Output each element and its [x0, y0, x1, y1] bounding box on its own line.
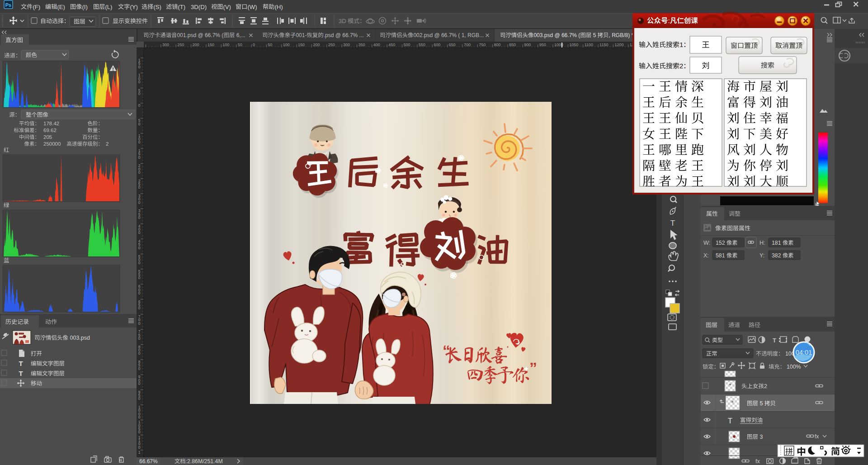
svg-text:0: 0 — [138, 381, 141, 386]
svg-text:850: 850 — [509, 43, 516, 47]
svg-text:0: 0 — [138, 155, 141, 160]
svg-text:2: 2 — [106, 141, 108, 147]
svg-text:3D: 3D — [339, 18, 348, 24]
svg-text:1150: 1150 — [599, 43, 608, 47]
svg-text:3: 3 — [758, 434, 763, 440]
svg-text:0: 0 — [253, 43, 255, 47]
svg-text:T: T — [19, 370, 23, 377]
svg-text:0: 0 — [138, 415, 141, 419]
svg-text:100: 100 — [222, 43, 229, 47]
svg-text:100: 100 — [283, 43, 290, 47]
svg-text:H:: H: — [760, 240, 765, 246]
svg-text:(L): (L) — [105, 4, 112, 10]
svg-text:003.psd: 003.psd — [68, 335, 90, 341]
svg-text:250: 250 — [177, 43, 184, 47]
svg-text::2.86M/251.4M: :2.86M/251.4M — [186, 458, 223, 465]
svg-text:0: 0 — [138, 185, 141, 190]
svg-text:200: 200 — [193, 43, 199, 47]
svg-text:581: 581 — [716, 252, 726, 259]
svg-text:, RGB/8) *: , RGB/8) * — [609, 32, 634, 38]
svg-text:1100: 1100 — [585, 43, 593, 47]
svg-text:(W): (W) — [247, 4, 257, 10]
svg-text:550: 550 — [419, 43, 425, 47]
svg-text:150: 150 — [208, 43, 214, 47]
svg-text:300: 300 — [162, 43, 169, 47]
svg-text:152: 152 — [716, 240, 726, 246]
svg-text:”: ” — [529, 359, 537, 376]
svg-text:(V): (V) — [223, 4, 231, 10]
svg-text:0: 0 — [138, 336, 141, 341]
svg-text:400: 400 — [373, 43, 380, 47]
svg-text:750: 750 — [479, 43, 486, 47]
svg-text:(F): (F) — [33, 4, 40, 10]
svg-text:T: T — [670, 219, 675, 228]
svg-text:450: 450 — [388, 43, 395, 47]
svg-text:0: 0 — [138, 200, 141, 205]
svg-text:0: 0 — [138, 140, 141, 144]
svg-text:0: 0 — [138, 351, 141, 356]
svg-text:100%: 100% — [787, 364, 801, 370]
svg-text:200: 200 — [313, 43, 320, 47]
svg-text:181: 181 — [772, 240, 783, 246]
svg-text:69.62: 69.62 — [43, 128, 57, 133]
svg-text:2: 2 — [764, 383, 767, 389]
svg-text:(I): (I) — [82, 4, 87, 10]
svg-text:001-: 001- — [296, 32, 307, 38]
svg-text:fx: fx — [815, 433, 819, 440]
svg-text:0: 0 — [138, 275, 141, 280]
svg-text:700: 700 — [464, 43, 471, 47]
svg-text:(S): (S) — [153, 4, 161, 10]
svg-text:150: 150 — [298, 43, 305, 47]
svg-text:2: 2 — [679, 62, 683, 70]
svg-text:600: 600 — [434, 43, 440, 47]
svg-text::: : — [668, 17, 670, 24]
svg-text:205: 205 — [43, 134, 52, 140]
svg-text:50: 50 — [238, 43, 242, 47]
svg-text:Ps: Ps — [5, 2, 11, 8]
svg-text:1: 1 — [679, 41, 683, 48]
svg-text:5: 5 — [591, 32, 597, 38]
svg-text:6,...: 6,... — [235, 32, 245, 38]
svg-text:T: T — [19, 360, 23, 367]
svg-text:(T): (T) — [178, 4, 185, 10]
svg-text:(Y): (Y) — [130, 4, 138, 10]
svg-text:300: 300 — [343, 43, 350, 47]
svg-text:350: 350 — [358, 43, 365, 47]
svg-text:Y:: Y: — [760, 252, 764, 259]
svg-text:fx: fx — [755, 458, 760, 465]
svg-text:800: 800 — [494, 43, 501, 47]
svg-text:0: 0 — [138, 91, 141, 96]
svg-text:0: 0 — [138, 366, 141, 371]
svg-text:650: 650 — [449, 43, 456, 47]
svg-text:0: 0 — [138, 170, 141, 175]
svg-text:50: 50 — [268, 43, 272, 47]
svg-text:0: 0 — [138, 321, 141, 326]
svg-text:(E): (E) — [57, 4, 65, 10]
svg-text:0: 0 — [138, 246, 141, 250]
svg-text:0: 0 — [138, 80, 141, 84]
svg-text:T: T — [773, 337, 776, 344]
svg-text:0: 0 — [138, 306, 141, 310]
svg-text:0: 0 — [138, 445, 141, 450]
svg-text:950: 950 — [539, 43, 546, 47]
svg-text:500: 500 — [404, 43, 410, 47]
svg-text:X:: X: — [703, 252, 709, 259]
svg-text:W:: W: — [703, 240, 710, 246]
svg-text:0: 0 — [138, 230, 141, 235]
svg-text:.psd @ 66.7% ...: .psd @ 66.7% ... — [324, 32, 364, 38]
svg-text:250: 250 — [328, 43, 335, 47]
svg-text:0: 0 — [138, 261, 141, 265]
svg-text:003.psd @ 66.7% (: 003.psd @ 66.7% ( — [533, 32, 580, 38]
svg-text:0: 0 — [138, 122, 141, 126]
svg-text:T: T — [728, 417, 732, 425]
svg-text:5: 5 — [758, 400, 764, 407]
svg-text:0: 0 — [138, 291, 141, 295]
svg-text:0: 0 — [138, 65, 141, 69]
svg-text:0: 0 — [138, 396, 141, 401]
svg-text:0: 0 — [138, 430, 141, 434]
svg-text:1: 1 — [138, 450, 141, 455]
svg-text:0: 0 — [138, 215, 141, 220]
svg-text:66.67%: 66.67% — [139, 458, 158, 465]
svg-text:3D(D): 3D(D) — [191, 4, 207, 10]
svg-text:250000: 250000 — [43, 141, 61, 147]
